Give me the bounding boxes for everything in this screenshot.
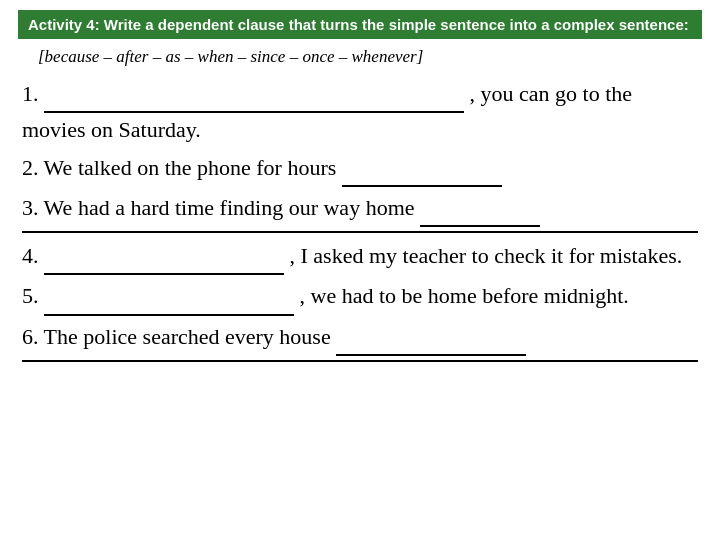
blank-field[interactable] [336, 320, 526, 356]
item-number: 1. [22, 81, 44, 106]
item-text: The police searched every house [44, 324, 337, 349]
list-item: 4. , I asked my teacher to check it for … [22, 239, 698, 275]
list-item: 1. , you can go to the movies on Saturda… [22, 77, 698, 147]
item-number: 5. [22, 283, 44, 308]
item-number: 2. [22, 155, 44, 180]
blank-field[interactable] [44, 239, 284, 275]
blank-field[interactable] [44, 77, 464, 113]
item-text: , I asked my teacher to check it for mis… [290, 243, 683, 268]
continuation-line [22, 231, 698, 233]
activity-content: 1. , you can go to the movies on Saturda… [18, 77, 702, 368]
page: Activity 4: Write a dependent clause tha… [0, 0, 720, 540]
item-text: , we had to be home before midnight. [300, 283, 629, 308]
continuation-line-2 [22, 360, 698, 362]
item-number: 6. [22, 324, 44, 349]
word-bank: [because – after – as – when – since – o… [38, 47, 702, 67]
list-item: 6. The police searched every house [22, 320, 698, 356]
blank-field[interactable] [420, 191, 540, 227]
item-number: 3. [22, 195, 44, 220]
item-text: We talked on the phone for hours [44, 155, 337, 180]
blank-field[interactable] [342, 151, 502, 187]
activity-title: Activity 4: Write a dependent clause tha… [18, 10, 702, 39]
blank-field[interactable] [44, 279, 294, 315]
list-item: 5. , we had to be home before midnight. [22, 279, 698, 315]
list-item: 2. We talked on the phone for hours [22, 151, 698, 187]
item-text: We had a hard time finding our way home [44, 195, 415, 220]
list-item: 3. We had a hard time finding our way ho… [22, 191, 698, 227]
item-number: 4. [22, 243, 44, 268]
